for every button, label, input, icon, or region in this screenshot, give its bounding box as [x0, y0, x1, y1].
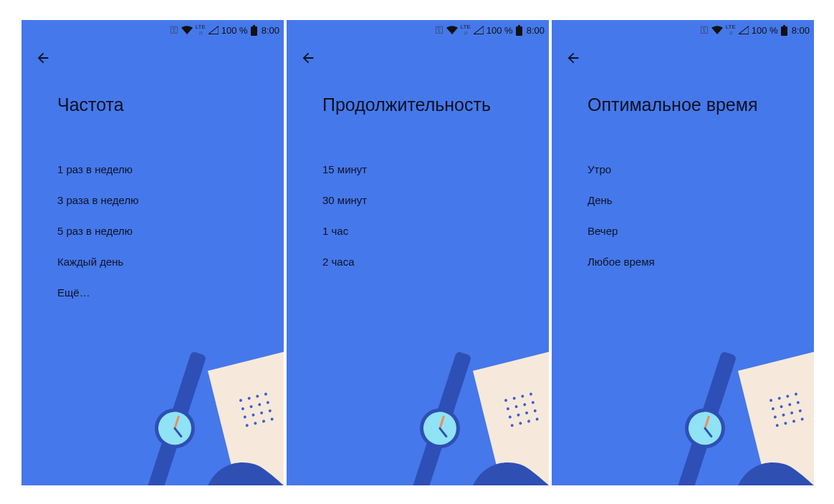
svg-point-44	[415, 403, 466, 454]
svg-rect-0	[251, 26, 257, 36]
svg-line-70	[705, 417, 709, 428]
svg-point-64	[784, 422, 787, 425]
svg-point-30	[529, 392, 533, 396]
status-bar: ⚿ LTE↓↑ 100 % 8:00	[552, 20, 814, 39]
option-item[interactable]: 5 раз в неделю	[21, 215, 284, 246]
option-item[interactable]: Ещё…	[21, 277, 284, 308]
svg-point-42	[535, 417, 539, 421]
battery-percent: 100 %	[752, 25, 778, 36]
back-row	[552, 39, 814, 77]
battery-percent: 100 %	[221, 25, 248, 36]
svg-point-32	[514, 405, 518, 409]
svg-point-12	[251, 413, 255, 417]
status-bar: ⚿ LTE↓↑ 100 % 8:00	[287, 20, 549, 39]
options-list: 1 раз в неделю 3 раза в неделю 5 раз в н…	[21, 122, 284, 308]
option-item[interactable]: Утро	[552, 154, 814, 185]
watch-icon	[133, 347, 218, 485]
svg-point-51	[770, 399, 773, 402]
stage: ⚿ LTE↓↑ 100 % 8:00 Частота 1 раз в недел…	[0, 0, 834, 504]
back-button[interactable]	[297, 47, 320, 69]
vpn-key-icon: ⚿	[435, 25, 442, 35]
svg-point-3	[239, 399, 243, 402]
svg-point-45	[419, 407, 461, 449]
svg-point-6	[264, 392, 268, 396]
back-button[interactable]	[562, 47, 585, 69]
svg-point-33	[523, 403, 527, 407]
svg-point-53	[786, 394, 790, 398]
option-item[interactable]: 1 раз в неделю	[21, 154, 284, 185]
svg-point-66	[800, 417, 804, 421]
back-button[interactable]	[32, 47, 54, 69]
svg-point-35	[508, 415, 512, 419]
svg-point-13	[260, 411, 264, 415]
status-clock: 8:00	[262, 25, 279, 36]
svg-point-8	[249, 405, 253, 409]
page-title: Оптимальное время	[552, 77, 814, 122]
svg-rect-67	[676, 351, 737, 485]
vpn-key-icon: ⚿	[170, 25, 177, 35]
option-item[interactable]: Любое время	[552, 246, 814, 277]
svg-point-14	[268, 409, 272, 412]
status-bar: ⚿ LTE↓↑ 100 % 8:00	[21, 20, 284, 39]
footer-illustration	[21, 321, 284, 485]
svg-line-23	[173, 428, 183, 436]
page-title: Частота	[21, 77, 284, 122]
back-row	[21, 39, 284, 77]
svg-point-57	[788, 403, 792, 407]
svg-point-38	[533, 409, 537, 412]
svg-rect-24	[516, 26, 522, 36]
svg-point-15	[245, 424, 249, 427]
svg-point-56	[780, 405, 783, 409]
svg-rect-25	[518, 25, 520, 26]
phone-screen-2: ⚿ LTE↓↑ 100 % 8:00 Продолжительность 15 …	[287, 20, 549, 485]
wifi-icon	[446, 26, 458, 34]
svg-point-40	[519, 422, 522, 425]
option-item[interactable]: День	[552, 185, 814, 215]
option-item[interactable]: 30 минут	[287, 185, 549, 215]
option-item[interactable]: Вечер	[552, 215, 814, 246]
svg-line-46	[440, 417, 444, 428]
signal-icon	[739, 26, 749, 34]
wifi-icon	[181, 26, 193, 34]
svg-rect-49	[783, 25, 785, 26]
svg-rect-1	[253, 25, 255, 26]
arrow-left-icon	[300, 50, 316, 66]
footer-illustration	[287, 321, 549, 485]
wifi-icon	[711, 26, 723, 34]
svg-point-28	[512, 397, 516, 400]
svg-point-20	[150, 403, 201, 454]
vpn-key-icon: ⚿	[700, 25, 707, 35]
svg-point-31	[507, 407, 510, 410]
svg-line-47	[438, 428, 448, 436]
svg-point-58	[796, 401, 800, 404]
svg-point-37	[525, 411, 529, 415]
svg-rect-2	[208, 343, 284, 485]
svg-point-11	[243, 415, 246, 419]
battery-icon	[251, 25, 257, 36]
svg-point-59	[773, 415, 777, 419]
battery-percent: 100 %	[486, 25, 513, 36]
option-item[interactable]: 1 час	[287, 215, 549, 246]
option-item[interactable]: Каждый день	[21, 246, 284, 277]
footer-illustration	[552, 321, 814, 485]
svg-rect-26	[473, 343, 549, 485]
svg-point-65	[792, 420, 796, 423]
svg-point-29	[521, 394, 524, 398]
option-item[interactable]: 2 часа	[287, 246, 549, 277]
svg-point-16	[254, 422, 257, 425]
arrow-left-icon	[35, 50, 51, 66]
page-title: Продолжительность	[287, 77, 549, 122]
svg-point-68	[680, 403, 731, 454]
option-item[interactable]: 15 минут	[287, 154, 549, 185]
svg-line-22	[175, 417, 178, 428]
back-row	[287, 39, 549, 77]
svg-rect-43	[411, 351, 472, 485]
svg-point-52	[777, 397, 781, 400]
battery-icon	[781, 25, 787, 36]
svg-point-36	[517, 413, 520, 417]
arrow-left-icon	[565, 50, 581, 66]
svg-point-7	[241, 407, 245, 410]
svg-rect-19	[145, 351, 207, 485]
option-item[interactable]: 3 раза в неделю	[21, 185, 284, 215]
svg-point-61	[790, 411, 794, 415]
